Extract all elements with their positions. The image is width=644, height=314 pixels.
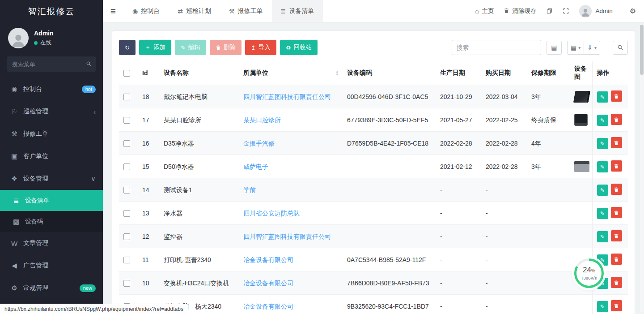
detail-view-button[interactable]: ▤: [547, 41, 562, 55]
cell-buy-date: -: [481, 248, 527, 271]
row-delete-button[interactable]: [611, 137, 622, 148]
tab-patrol-plan[interactable]: ⇄巡检计划: [169, 0, 220, 22]
sidebar-item-equipment[interactable]: ❖设备管理∨: [0, 168, 103, 190]
menu-search-input[interactable]: [7, 56, 96, 72]
column-header-1[interactable]: 设备名称: [159, 61, 239, 85]
unit-link[interactable]: 四川智汇蓝图科技有限责任公司: [243, 233, 331, 240]
row-edit-button[interactable]: ✎: [597, 115, 608, 126]
unit-link[interactable]: 金扳手汽修: [243, 140, 275, 147]
vertical-scrollbar-thumb[interactable]: [640, 25, 644, 75]
unit-link[interactable]: 冶金设备有限公司: [243, 303, 293, 310]
table-row-15: 15D50净水器威萨电子2021-02-122022-02-283年✎: [119, 155, 628, 178]
export-button[interactable]: ⇓▾: [584, 41, 600, 55]
cell-actions: ✎: [592, 108, 628, 132]
row-checkbox[interactable]: [123, 117, 130, 124]
row-checkbox[interactable]: [123, 280, 130, 287]
row-delete-button[interactable]: [611, 90, 622, 102]
sidebar-item-inspection[interactable]: ⚐巡检管理‹: [0, 100, 103, 123]
sidebar-item-advertisement[interactable]: ◀广告管理: [0, 254, 103, 277]
tab-repair-order[interactable]: ⚒报修工单: [220, 0, 272, 22]
row-edit-button[interactable]: ✎: [597, 161, 608, 172]
tab-console[interactable]: ◉控制台: [123, 0, 169, 22]
column-header-3[interactable]: 设备编码: [343, 61, 436, 85]
sidebar-item-article[interactable]: W文章管理: [0, 232, 103, 254]
sidebar-item-label: 控制台: [23, 85, 42, 93]
row-checkbox[interactable]: [123, 187, 130, 194]
refresh-button[interactable]: ↻: [119, 40, 136, 55]
sidebar-item-repair-order[interactable]: ⚒报修工单: [0, 123, 103, 145]
row-checkbox[interactable]: [123, 210, 130, 217]
cell-code: 9B325620-93C4-FCC1-1BD7: [343, 295, 436, 314]
unit-link[interactable]: 四川省公安边防总队: [243, 210, 300, 217]
import-button[interactable]: ↥导入: [245, 40, 276, 55]
sort-icon[interactable]: ▴▾: [336, 70, 338, 76]
columns-button[interactable]: ▦▾: [567, 41, 584, 55]
cell-buy-date: 2022-02-28: [481, 132, 527, 155]
row-delete-button[interactable]: [611, 184, 622, 195]
clear-cache-link[interactable]: 清除缓存: [504, 7, 536, 15]
row-delete-button[interactable]: [611, 254, 622, 265]
sidebar-item-customer-unit[interactable]: ▣客户单位: [0, 145, 103, 168]
column-header-6[interactable]: 保修期限: [527, 61, 570, 85]
recycle-button[interactable]: ♻回收站: [280, 40, 318, 55]
row-checkbox[interactable]: [123, 257, 130, 263]
hot-badge: hot: [82, 86, 96, 93]
home-link[interactable]: ⌂ 主页: [475, 7, 494, 15]
unit-link[interactable]: 学前: [243, 186, 256, 194]
row-delete-button[interactable]: [611, 230, 622, 241]
cell-actions: ✎: [592, 132, 628, 155]
edit-button[interactable]: ✎编辑: [175, 40, 206, 55]
row-delete-button[interactable]: [611, 207, 622, 218]
unit-link[interactable]: 威萨电子: [243, 163, 268, 170]
select-all-checkbox[interactable]: [123, 70, 130, 77]
row-delete-button[interactable]: [611, 114, 622, 125]
column-header-2[interactable]: 所属单位▴▾: [239, 61, 343, 85]
search-toggle-button[interactable]: [613, 41, 628, 55]
trash-icon: [614, 140, 619, 146]
add-button[interactable]: ＋添加: [139, 40, 171, 55]
column-header-4[interactable]: 生产日期: [436, 61, 481, 85]
column-header-7[interactable]: 设备图: [570, 61, 592, 85]
tab-equipment-list[interactable]: ≣设备清单: [272, 0, 323, 22]
row-edit-button[interactable]: ✎: [597, 91, 608, 103]
cell-buy-date: 2022-02-28: [481, 155, 527, 178]
sidebar-item-equipment-code[interactable]: ▩设备码: [0, 211, 103, 232]
device-image[interactable]: [574, 161, 589, 172]
cell-actions: ✎: [592, 178, 628, 202]
device-image[interactable]: [573, 91, 591, 103]
row-delete-button[interactable]: [611, 160, 622, 172]
unit-link[interactable]: 冶金设备有限公司: [243, 280, 293, 287]
column-header-5[interactable]: 购买日期: [481, 61, 527, 85]
device-image[interactable]: [574, 114, 588, 126]
delete-button[interactable]: 删除: [210, 40, 242, 55]
row-edit-button[interactable]: ✎: [597, 301, 608, 312]
fullscreen-button[interactable]: [563, 8, 569, 14]
unit-link[interactable]: 冶金设备有限公司: [243, 256, 293, 263]
sidebar-item-equipment-list[interactable]: ≣设备清单: [0, 190, 103, 211]
unit-link[interactable]: 四川智汇蓝图科技有限责任公司: [243, 93, 331, 100]
row-edit-button[interactable]: ✎: [597, 185, 608, 196]
gear-icon: ⚙: [9, 284, 20, 292]
vertical-scrollbar[interactable]: [640, 24, 644, 313]
row-edit-button[interactable]: ✎: [597, 208, 608, 219]
column-header-8[interactable]: 操作: [592, 61, 628, 85]
sidebar-toggle-icon[interactable]: ≡: [103, 0, 123, 22]
row-delete-button[interactable]: [611, 277, 622, 288]
pencil-icon: ✎: [600, 211, 605, 217]
row-delete-button[interactable]: [611, 300, 622, 311]
row-checkbox[interactable]: [123, 94, 130, 100]
table-search-input[interactable]: [452, 40, 541, 55]
settings-gear-icon[interactable]: ⚙: [630, 7, 636, 15]
row-edit-button[interactable]: ✎: [597, 138, 608, 149]
column-header-0[interactable]: Id: [138, 61, 159, 85]
unit-link[interactable]: 某某口腔诊所: [243, 116, 281, 124]
row-checkbox[interactable]: [123, 140, 130, 147]
topbar-user[interactable]: Admin: [579, 5, 612, 17]
window-restore-button[interactable]: [546, 8, 553, 14]
row-checkbox[interactable]: [123, 163, 130, 170]
row-checkbox[interactable]: [123, 233, 130, 240]
row-edit-button[interactable]: ✎: [597, 231, 608, 242]
online-dot: [34, 41, 38, 45]
sidebar-item-general[interactable]: ⚙常规管理new: [0, 277, 103, 299]
sidebar-item-console[interactable]: ◉控制台hot: [0, 78, 103, 100]
